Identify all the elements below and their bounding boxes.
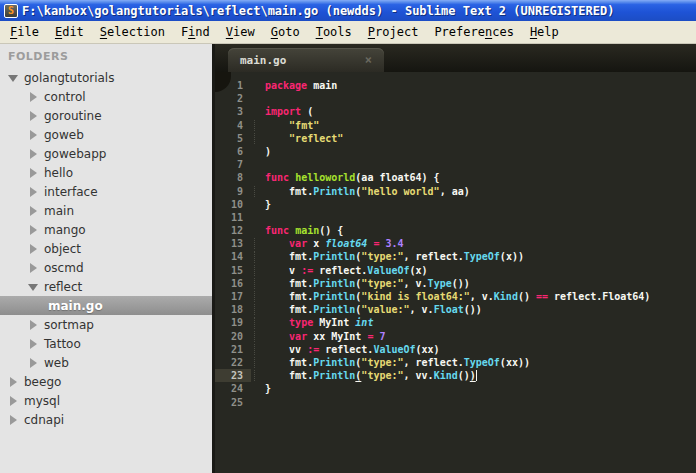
code-line-13[interactable]: 13 var x float64 = 3.4 (215, 237, 696, 250)
code-text: func main() { (251, 224, 696, 237)
chevron-down-icon[interactable] (28, 282, 38, 292)
menu-view[interactable]: View (218, 23, 263, 41)
chevron-right-icon[interactable] (8, 396, 18, 406)
code-line-14[interactable]: 14 fmt.Println("type:", reflect.TypeOf(x… (215, 250, 696, 263)
folder-reflect[interactable]: reflect (0, 277, 212, 296)
chevron-right-icon[interactable] (8, 377, 18, 387)
code-line-5[interactable]: 5 "reflect" (215, 132, 696, 145)
folder-tattoo[interactable]: Tattoo (0, 334, 212, 353)
code-text: fmt.Println("type:", vv.Kind()) (251, 369, 696, 382)
code-line-17[interactable]: 17 fmt.Println("kind is float64:", v.Kin… (215, 290, 696, 303)
chevron-right-icon[interactable] (28, 244, 38, 254)
folder-control[interactable]: control (0, 87, 212, 106)
chevron-right-icon[interactable] (28, 168, 38, 178)
code-line-2[interactable]: 2 (215, 92, 696, 105)
menu-preferences[interactable]: Preferences (426, 23, 522, 41)
code-line-23[interactable]: 23 fmt.Println("type:", vv.Kind()) (215, 369, 696, 382)
tab-close-icon[interactable]: × (365, 55, 372, 65)
line-number: 14 (215, 250, 251, 263)
tree-item-label: beego (24, 375, 61, 389)
code-line-15[interactable]: 15 v := reflect.ValueOf(x) (215, 264, 696, 277)
menu-goto[interactable]: Goto (263, 23, 308, 41)
line-number: 19 (215, 316, 251, 329)
tab-bar: main.go × (215, 44, 696, 72)
line-number: 4 (215, 119, 251, 132)
menu-selection[interactable]: Selection (92, 23, 173, 41)
line-number: 12 (215, 224, 251, 237)
chevron-right-icon[interactable] (28, 130, 38, 140)
tree-item-label: main (44, 204, 74, 218)
chevron-right-icon[interactable] (28, 225, 38, 235)
chevron-right-icon[interactable] (28, 339, 38, 349)
code-line-20[interactable]: 20 var xx MyInt = 7 (215, 330, 696, 343)
code-text (251, 158, 696, 171)
code-line-6[interactable]: 6) (215, 145, 696, 158)
code-text: fmt.Println("type:", reflect.TypeOf(xx)) (251, 356, 696, 369)
folder-golangtutorials[interactable]: golangtutorials (0, 68, 212, 87)
folder-main[interactable]: main (0, 201, 212, 220)
tree-item-label: mango (44, 223, 86, 237)
chevron-right-icon[interactable] (28, 320, 38, 330)
chevron-right-icon[interactable] (28, 358, 38, 368)
folder-cdnapi[interactable]: cdnapi (0, 410, 212, 429)
chevron-right-icon[interactable] (28, 187, 38, 197)
code-line-1[interactable]: 1package main (215, 79, 696, 92)
menu-find[interactable]: Find (173, 23, 218, 41)
folder-oscmd[interactable]: oscmd (0, 258, 212, 277)
chevron-right-icon[interactable] (28, 92, 38, 102)
code-line-8[interactable]: 8func helloworld(aa float64) { (215, 171, 696, 184)
file-main.go[interactable]: main.go (0, 296, 212, 315)
code-line-7[interactable]: 7 (215, 158, 696, 171)
folder-interface[interactable]: interface (0, 182, 212, 201)
folder-sortmap[interactable]: sortmap (0, 315, 212, 334)
chevron-right-icon[interactable] (28, 263, 38, 273)
folder-mysql[interactable]: mysql (0, 391, 212, 410)
chevron-right-icon[interactable] (28, 206, 38, 216)
code-text (251, 211, 696, 224)
code-line-19[interactable]: 19 type MyInt int (215, 316, 696, 329)
text-cursor (476, 370, 477, 381)
code-line-22[interactable]: 22 fmt.Println("type:", reflect.TypeOf(x… (215, 356, 696, 369)
code-line-4[interactable]: 4 "fmt" (215, 119, 696, 132)
code-line-9[interactable]: 9 fmt.Println("hello world", aa) (215, 185, 696, 198)
title-bar[interactable]: S F:\kanbox\golangtutorials\reflect\main… (0, 0, 696, 21)
folder-goroutine[interactable]: goroutine (0, 106, 212, 125)
code-line-11[interactable]: 11 (215, 211, 696, 224)
menu-tools[interactable]: Tools (308, 23, 360, 41)
menu-edit[interactable]: Edit (47, 23, 92, 41)
menu-project[interactable]: Project (360, 23, 427, 41)
folder-object[interactable]: object (0, 239, 212, 258)
folder-hello[interactable]: hello (0, 163, 212, 182)
tab-main-go[interactable]: main.go × (228, 48, 384, 72)
code-line-3[interactable]: 3import ( (215, 105, 696, 118)
code-line-18[interactable]: 18 fmt.Println("value:", v.Float()) (215, 303, 696, 316)
chevron-right-icon[interactable] (8, 415, 18, 425)
code-line-24[interactable]: 24} (215, 382, 696, 395)
folder-mango[interactable]: mango (0, 220, 212, 239)
folder-beego[interactable]: beego (0, 372, 212, 391)
menu-help[interactable]: Help (522, 23, 567, 41)
chevron-down-icon[interactable] (8, 73, 18, 83)
line-number: 7 (215, 158, 251, 171)
code-line-21[interactable]: 21 vv := reflect.ValueOf(xx) (215, 343, 696, 356)
sidebar: FOLDERS golangtutorialscontrolgoroutineg… (0, 44, 212, 473)
code-line-12[interactable]: 12func main() { (215, 224, 696, 237)
code-text: fmt.Println("value:", v.Float()) (251, 303, 696, 316)
tree-item-label: reflect (44, 280, 82, 294)
menu-file[interactable]: File (2, 23, 47, 41)
tree-item-label: oscmd (44, 261, 84, 275)
code-line-10[interactable]: 10} (215, 198, 696, 211)
folder-goweb[interactable]: goweb (0, 125, 212, 144)
code-area[interactable]: 1package main23import (4 "fmt"5 "reflect… (215, 72, 696, 473)
folder-web[interactable]: web (0, 353, 212, 372)
chevron-right-icon[interactable] (28, 111, 38, 121)
line-number: 8 (215, 171, 251, 184)
tree-item-label: mysql (24, 394, 60, 408)
code-line-16[interactable]: 16 fmt.Println("type:", v.Type()) (215, 277, 696, 290)
code-line-25[interactable]: 25 (215, 396, 696, 409)
folder-gowebapp[interactable]: gowebapp (0, 144, 212, 163)
code-text: fmt.Println("type:", v.Type()) (251, 277, 696, 290)
code-text: type MyInt int (251, 316, 696, 329)
chevron-right-icon[interactable] (28, 149, 38, 159)
code-text: fmt.Println("kind is float64:", v.Kind()… (251, 290, 696, 303)
